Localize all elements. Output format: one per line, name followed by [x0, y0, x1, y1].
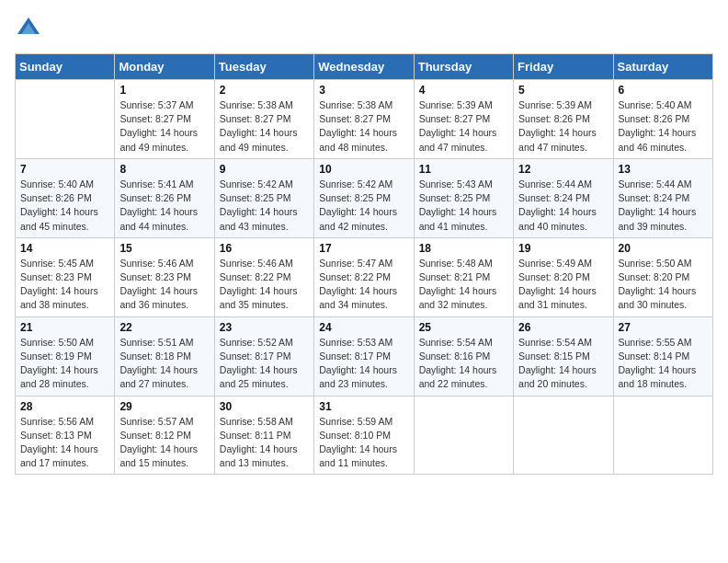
day-number: 12: [518, 163, 608, 176]
day-info: Sunrise: 5:55 AM Sunset: 8:14 PM Dayligh…: [619, 336, 708, 392]
day-info: Sunrise: 5:57 AM Sunset: 8:12 PM Dayligh…: [119, 415, 209, 471]
day-number: 3: [319, 84, 408, 97]
day-number: 1: [119, 84, 209, 97]
day-number: 29: [119, 400, 209, 413]
day-number: 11: [419, 163, 508, 176]
day-info: Sunrise: 5:47 AM Sunset: 8:22 PM Dayligh…: [319, 257, 408, 313]
calendar-cell: 29Sunrise: 5:57 AM Sunset: 8:12 PM Dayli…: [115, 396, 214, 475]
calendar-header-row: SundayMondayTuesdayWednesdayThursdayFrid…: [16, 54, 713, 80]
day-info: Sunrise: 5:40 AM Sunset: 8:26 PM Dayligh…: [20, 178, 109, 234]
calendar-cell: 4Sunrise: 5:39 AM Sunset: 8:27 PM Daylig…: [414, 80, 513, 159]
calendar-cell: 2Sunrise: 5:38 AM Sunset: 8:27 PM Daylig…: [214, 80, 313, 159]
day-info: Sunrise: 5:50 AM Sunset: 8:20 PM Dayligh…: [619, 257, 708, 313]
calendar-cell: 22Sunrise: 5:51 AM Sunset: 8:18 PM Dayli…: [115, 316, 214, 396]
calendar-cell: [613, 396, 712, 475]
day-info: Sunrise: 5:49 AM Sunset: 8:20 PM Dayligh…: [518, 257, 608, 313]
calendar-week-row: 21Sunrise: 5:50 AM Sunset: 8:19 PM Dayli…: [16, 316, 713, 396]
day-info: Sunrise: 5:46 AM Sunset: 8:23 PM Dayligh…: [119, 257, 209, 313]
calendar-cell: 14Sunrise: 5:45 AM Sunset: 8:23 PM Dayli…: [16, 237, 115, 316]
day-info: Sunrise: 5:43 AM Sunset: 8:25 PM Dayligh…: [419, 178, 508, 234]
calendar-cell: [414, 396, 513, 475]
day-info: Sunrise: 5:54 AM Sunset: 8:16 PM Dayligh…: [419, 336, 508, 392]
weekday-header-monday: Monday: [115, 54, 214, 80]
page-header: [15, 15, 713, 42]
day-info: Sunrise: 5:52 AM Sunset: 8:17 PM Dayligh…: [220, 336, 309, 392]
calendar-week-row: 1Sunrise: 5:37 AM Sunset: 8:27 PM Daylig…: [16, 80, 713, 159]
day-info: Sunrise: 5:58 AM Sunset: 8:11 PM Dayligh…: [220, 415, 309, 471]
day-number: 10: [319, 163, 408, 176]
day-info: Sunrise: 5:48 AM Sunset: 8:21 PM Dayligh…: [419, 257, 508, 313]
day-number: 20: [619, 242, 708, 255]
calendar-cell: 9Sunrise: 5:42 AM Sunset: 8:25 PM Daylig…: [214, 158, 313, 237]
calendar-cell: 10Sunrise: 5:42 AM Sunset: 8:25 PM Dayli…: [314, 158, 414, 237]
calendar-cell: 18Sunrise: 5:48 AM Sunset: 8:21 PM Dayli…: [414, 237, 513, 316]
calendar-cell: 12Sunrise: 5:44 AM Sunset: 8:24 PM Dayli…: [514, 158, 613, 237]
calendar-cell: 31Sunrise: 5:59 AM Sunset: 8:10 PM Dayli…: [314, 396, 414, 475]
day-number: 25: [419, 321, 508, 334]
day-info: Sunrise: 5:38 AM Sunset: 8:27 PM Dayligh…: [319, 98, 408, 155]
day-info: Sunrise: 5:38 AM Sunset: 8:27 PM Dayligh…: [220, 98, 309, 155]
day-number: 17: [319, 242, 408, 255]
calendar-cell: 13Sunrise: 5:44 AM Sunset: 8:24 PM Dayli…: [613, 158, 712, 237]
calendar-cell: 11Sunrise: 5:43 AM Sunset: 8:25 PM Dayli…: [414, 158, 513, 237]
day-info: Sunrise: 5:44 AM Sunset: 8:24 PM Dayligh…: [518, 178, 608, 234]
day-number: 26: [518, 321, 608, 334]
day-number: 5: [518, 84, 608, 97]
day-number: 24: [319, 321, 408, 334]
weekday-header-sunday: Sunday: [16, 54, 115, 80]
day-number: 22: [119, 321, 209, 334]
calendar-week-row: 14Sunrise: 5:45 AM Sunset: 8:23 PM Dayli…: [16, 237, 713, 316]
day-number: 14: [20, 242, 109, 255]
calendar-week-row: 7Sunrise: 5:40 AM Sunset: 8:26 PM Daylig…: [16, 158, 713, 237]
day-number: 18: [419, 242, 508, 255]
day-number: 23: [220, 321, 309, 334]
day-info: Sunrise: 5:56 AM Sunset: 8:13 PM Dayligh…: [20, 415, 109, 471]
day-info: Sunrise: 5:54 AM Sunset: 8:15 PM Dayligh…: [518, 336, 608, 392]
calendar-cell: 27Sunrise: 5:55 AM Sunset: 8:14 PM Dayli…: [613, 316, 712, 396]
calendar-cell: 16Sunrise: 5:46 AM Sunset: 8:22 PM Dayli…: [214, 237, 313, 316]
calendar-week-row: 28Sunrise: 5:56 AM Sunset: 8:13 PM Dayli…: [16, 396, 713, 475]
day-info: Sunrise: 5:39 AM Sunset: 8:27 PM Dayligh…: [419, 98, 508, 155]
calendar-cell: 19Sunrise: 5:49 AM Sunset: 8:20 PM Dayli…: [514, 237, 613, 316]
calendar-cell: 15Sunrise: 5:46 AM Sunset: 8:23 PM Dayli…: [115, 237, 214, 316]
weekday-header-saturday: Saturday: [613, 54, 712, 80]
calendar-cell: 26Sunrise: 5:54 AM Sunset: 8:15 PM Dayli…: [514, 316, 613, 396]
day-info: Sunrise: 5:37 AM Sunset: 8:27 PM Dayligh…: [119, 98, 209, 155]
logo: [15, 15, 46, 42]
day-number: 9: [220, 163, 309, 176]
day-info: Sunrise: 5:51 AM Sunset: 8:18 PM Dayligh…: [119, 336, 209, 392]
calendar-cell: 8Sunrise: 5:41 AM Sunset: 8:26 PM Daylig…: [115, 158, 214, 237]
day-number: 31: [319, 400, 408, 413]
day-info: Sunrise: 5:59 AM Sunset: 8:10 PM Dayligh…: [319, 415, 408, 471]
day-info: Sunrise: 5:50 AM Sunset: 8:19 PM Dayligh…: [20, 336, 109, 392]
calendar-cell: 5Sunrise: 5:39 AM Sunset: 8:26 PM Daylig…: [514, 80, 613, 159]
day-info: Sunrise: 5:40 AM Sunset: 8:26 PM Dayligh…: [619, 98, 708, 155]
calendar-cell: 21Sunrise: 5:50 AM Sunset: 8:19 PM Dayli…: [16, 316, 115, 396]
calendar-cell: [16, 80, 115, 159]
calendar-cell: 17Sunrise: 5:47 AM Sunset: 8:22 PM Dayli…: [314, 237, 414, 316]
day-info: Sunrise: 5:46 AM Sunset: 8:22 PM Dayligh…: [220, 257, 309, 313]
weekday-header-wednesday: Wednesday: [314, 54, 414, 80]
calendar-cell: 30Sunrise: 5:58 AM Sunset: 8:11 PM Dayli…: [214, 396, 313, 475]
calendar-cell: 28Sunrise: 5:56 AM Sunset: 8:13 PM Dayli…: [16, 396, 115, 475]
calendar-cell: [514, 396, 613, 475]
day-info: Sunrise: 5:42 AM Sunset: 8:25 PM Dayligh…: [220, 178, 309, 234]
calendar-cell: 24Sunrise: 5:53 AM Sunset: 8:17 PM Dayli…: [314, 316, 414, 396]
day-number: 2: [220, 84, 309, 97]
day-number: 19: [518, 242, 608, 255]
calendar-cell: 23Sunrise: 5:52 AM Sunset: 8:17 PM Dayli…: [214, 316, 313, 396]
day-number: 4: [419, 84, 508, 97]
day-number: 15: [119, 242, 209, 255]
day-number: 30: [220, 400, 309, 413]
weekday-header-tuesday: Tuesday: [214, 54, 313, 80]
day-info: Sunrise: 5:41 AM Sunset: 8:26 PM Dayligh…: [119, 178, 209, 234]
weekday-header-friday: Friday: [514, 54, 613, 80]
calendar-cell: 25Sunrise: 5:54 AM Sunset: 8:16 PM Dayli…: [414, 316, 513, 396]
day-number: 7: [20, 163, 109, 176]
day-number: 6: [619, 84, 708, 97]
calendar-cell: 20Sunrise: 5:50 AM Sunset: 8:20 PM Dayli…: [613, 237, 712, 316]
weekday-header-thursday: Thursday: [414, 54, 513, 80]
logo-icon: [15, 15, 42, 42]
day-info: Sunrise: 5:44 AM Sunset: 8:24 PM Dayligh…: [619, 178, 708, 234]
day-number: 13: [619, 163, 708, 176]
